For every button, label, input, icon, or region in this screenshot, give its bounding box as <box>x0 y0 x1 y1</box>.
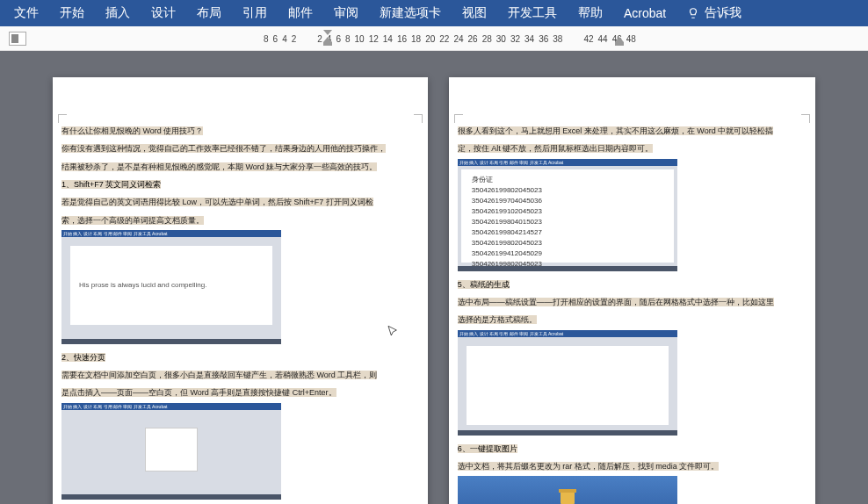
ruler-tick: 38 <box>553 34 562 44</box>
ruler-tick: 24 <box>453 34 463 44</box>
ruler-tick: 2 <box>317 34 322 44</box>
emb-ribbon: 开始 插入 设计 布局 引用 邮件 审阅 开发工具 Acrobat <box>61 403 281 410</box>
tab-references[interactable]: 引用 <box>232 0 278 26</box>
svg-rect-0 <box>561 492 575 504</box>
emb-ribbon: 开始 插入 设计 布局 引用 邮件 审阅 开发工具 Acrobat <box>458 159 677 166</box>
svg-rect-1 <box>559 489 576 493</box>
tab-insert[interactable]: 插入 <box>95 0 141 26</box>
ruler-tick: 18 <box>411 34 421 44</box>
tab-file[interactable]: 文件 <box>4 0 49 26</box>
emb-content: His prose is always lucid and compelling… <box>70 246 272 325</box>
view-toggle-button[interactable] <box>9 32 26 46</box>
emb-ribbon: 开始 插入 设计 布局 引用 邮件 审阅 开发工具 Acrobat <box>458 330 677 337</box>
ruler-tick: 34 <box>524 34 534 44</box>
doc-paragraph: 选中布局——稿纸设置——打开相应的设置的界面，随后在网格格式中选择一种，比如这里 <box>458 298 774 306</box>
doc-paragraph: 定，按住 Alt 键不放，然后用鼠标框选出日期内容即可。 <box>458 144 654 153</box>
ruler-tick: 4 <box>282 34 287 44</box>
section-heading: 2、快速分页 <box>61 353 105 362</box>
embedded-screenshot-4: 开始 插入 设计 布局 引用 邮件 审阅 开发工具 Acrobat 身份证 35… <box>458 159 677 271</box>
ruler-tick: 36 <box>539 34 548 44</box>
emb-desktop: 开在原来... <box>458 476 677 504</box>
ruler-tick: 16 <box>397 34 407 44</box>
tell-me-label: 告诉我 <box>705 5 741 21</box>
id-row: 350426199802045023 <box>472 238 663 248</box>
id-row: 350426199802045023 <box>472 185 663 196</box>
id-row: 350426199102045023 <box>472 206 663 217</box>
tab-layout[interactable]: 布局 <box>186 0 232 26</box>
doc-paragraph: 你有没有遇到这种情况，觉得自己的工作效率已经很不错了，结果身边的人用他的技巧操作… <box>61 144 386 153</box>
ruler-tick: 20 <box>425 34 435 44</box>
doc-paragraph: 选择的是方格式稿纸。 <box>458 315 537 324</box>
tab-view[interactable]: 视图 <box>452 0 497 26</box>
ruler-tick: 14 <box>383 34 393 44</box>
doc-paragraph: 很多人看到这个，马上就想用 Excel 来处理，其实不用这么麻烦，在 Word … <box>458 126 773 135</box>
doc-paragraph: 若是觉得自己的英文词语用得比较 Low，可以先选中单词，然后按 Shift+F7… <box>61 198 373 206</box>
margin-mark <box>801 114 810 123</box>
tab-design[interactable]: 设计 <box>141 0 186 26</box>
doc-paragraph: 结果被秒杀了，是不是有种相见恨晚的感觉呢，本期 Word 妹与大家分享一些高效的… <box>61 162 377 171</box>
id-row: 350426199804214527 <box>472 227 663 238</box>
ruler-tick: 32 <box>510 34 520 44</box>
id-title: 身份证 <box>472 175 663 185</box>
ruler-tick: 28 <box>482 34 492 44</box>
doc-paragraph: 是点击插入——页面——空白页，但 Word 高手则是直接按快捷键 Ctrl+En… <box>61 388 336 397</box>
emb-ribbon: 开始 插入 设计 布局 引用 邮件 审阅 开发工具 Acrobat <box>61 230 281 237</box>
tab-mailings[interactable]: 邮件 <box>278 0 323 26</box>
page-2[interactable]: 很多人看到这个，马上就想用 Excel 来处理，其实不用这么麻烦，在 Word … <box>449 77 815 504</box>
embedded-screenshot-5: 开始 插入 设计 布局 引用 邮件 审阅 开发工具 Acrobat <box>458 330 677 436</box>
tab-review[interactable]: 审阅 <box>323 0 369 26</box>
section-heading: 1、Shift+F7 英文同义词检索 <box>61 180 161 189</box>
tab-home[interactable]: 开始 <box>49 0 95 26</box>
id-row: 350426199802045023 <box>472 259 663 270</box>
tab-acrobat[interactable]: Acrobat <box>613 1 676 25</box>
margin-mark <box>414 114 423 123</box>
tab-developer[interactable]: 开发工具 <box>497 0 568 26</box>
ruler-tick: 42 <box>583 34 593 44</box>
tab-help[interactable]: 帮助 <box>568 0 613 26</box>
page-1[interactable]: 有什么让你相见恨晚的 Word 使用技巧？ 你有没有遇到这种情况，觉得自己的工作… <box>53 77 428 504</box>
section-heading: 6、一键提取图片 <box>458 444 517 453</box>
tell-me-search[interactable]: 告诉我 <box>676 0 752 26</box>
ruler-tick: 30 <box>496 34 506 44</box>
margin-mark <box>58 114 67 123</box>
ruler-tick: 26 <box>468 34 478 44</box>
id-row: 350426199412045029 <box>472 248 663 259</box>
emb-dialog <box>145 428 198 472</box>
tab-new[interactable]: 新建选项卡 <box>369 0 452 26</box>
horizontal-ruler[interactable]: 8 6 4 2 2 4 6 8 10 12 14 16 18 20 22 24 … <box>264 30 868 47</box>
margin-mark <box>454 114 463 123</box>
embedded-screenshot-1: 开始 插入 设计 布局 引用 邮件 审阅 开发工具 Acrobat His pr… <box>61 230 281 344</box>
embedded-screenshot-2: 开始 插入 设计 布局 引用 邮件 审阅 开发工具 Acrobat <box>61 403 281 500</box>
ruler-tick: 6 <box>336 34 341 44</box>
id-row: 350426199704045036 <box>472 196 663 206</box>
indent-marker-right[interactable] <box>615 28 624 44</box>
doc-paragraph: 索，选择一个高级的单词提高文档质量。 <box>61 216 204 225</box>
ruler-tick: 48 <box>626 34 636 44</box>
ruler-tick: 2 <box>292 34 297 44</box>
ruler-area: 8 6 4 2 2 4 6 8 10 12 14 16 18 20 22 24 … <box>0 26 868 51</box>
section-heading: 5、稿纸的生成 <box>458 280 510 289</box>
ruler-tick: 10 <box>355 34 365 44</box>
embedded-screenshot-6: 开在原来... <box>458 476 677 504</box>
indent-marker-left[interactable] <box>323 28 332 44</box>
lightbulb-icon <box>687 7 699 19</box>
doc-title: 有什么让你相见恨晚的 Word 使用技巧？ <box>61 126 203 135</box>
ruler-tick: 8 <box>345 34 351 44</box>
document-workspace: 有什么让你相见恨晚的 Word 使用技巧？ 你有没有遇到这种情况，觉得自己的工作… <box>0 51 868 504</box>
id-row: 350426199804015023 <box>472 217 663 227</box>
ribbon-tabs: 文件 开始 插入 设计 布局 引用 邮件 审阅 新建选项卡 视图 开发工具 帮助… <box>0 0 868 26</box>
ruler-tick: 8 <box>264 34 269 44</box>
doc-paragraph: 选中文档，将其后缀名更改为 rar 格式，随后解压，找到 media 文件即可。 <box>458 462 720 471</box>
ruler-tick: 12 <box>369 34 379 44</box>
ruler-tick: 44 <box>598 34 608 44</box>
doc-paragraph: 需要在文档中间添加空白页，很多小白是直接敲回车键产生，若稍微熟悉 Word 工具… <box>61 371 377 379</box>
archive-icon <box>557 486 578 504</box>
ruler-tick: 22 <box>439 34 449 44</box>
ruler-tick: 6 <box>273 34 278 44</box>
